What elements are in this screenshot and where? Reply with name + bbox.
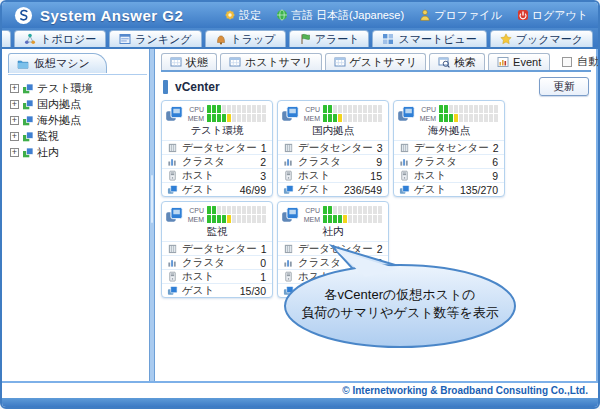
meter-bar xyxy=(323,114,382,122)
checkbox-icon xyxy=(561,56,573,68)
card-row: ゲスト236/549 xyxy=(278,182,388,196)
settings-link[interactable]: 設定 xyxy=(224,8,261,23)
tab-search[interactable]: 検索 xyxy=(429,53,485,70)
tab-topology-label: トポロジー xyxy=(40,32,96,47)
row-label: ホスト xyxy=(298,270,330,284)
cluster-icon xyxy=(167,156,178,167)
card-row: クラスタ0 xyxy=(162,255,272,269)
logout-icon xyxy=(517,9,529,21)
auto-refresh-toggle-label: 自動更新 xyxy=(577,54,600,69)
vm-group-icon xyxy=(397,104,416,123)
mem-meter: MEM xyxy=(187,215,269,223)
card-row: クラスタ9 xyxy=(278,154,388,168)
tab-topology[interactable]: トポロジー xyxy=(14,30,106,47)
tab-trap-label: トラップ xyxy=(231,32,276,47)
tab-alert[interactable]: アラート xyxy=(289,30,370,47)
row-label: ゲスト xyxy=(182,183,214,197)
tab-ranking[interactable]: ランキング xyxy=(109,30,201,47)
host-icon xyxy=(283,271,294,282)
mem-meter: MEM xyxy=(303,114,385,122)
expand-icon[interactable] xyxy=(10,132,19,141)
cpu-label: CPU xyxy=(303,106,320,113)
row-value: 9 xyxy=(492,170,498,182)
section-title: vCenter xyxy=(175,80,220,94)
vm-group-icon xyxy=(281,205,300,224)
tab-virtual[interactable]: 仮想 xyxy=(0,30,11,47)
language-link[interactable]: 言語 日本語(Japanese) xyxy=(276,8,404,23)
logout-link[interactable]: ログアウト xyxy=(517,8,588,23)
cluster-icon xyxy=(283,156,294,167)
auto-refresh-toggle[interactable]: 自動更新 xyxy=(553,53,600,70)
tree-item-internal-label: 社内 xyxy=(37,145,59,160)
refresh-button[interactable]: 更新 xyxy=(539,77,589,96)
tree-item-monitoring[interactable]: 監視 xyxy=(10,129,147,145)
card-title: 監視 xyxy=(162,225,272,241)
card-meters: CPU MEM xyxy=(187,105,269,122)
section-accent xyxy=(163,80,168,94)
mem-label: MEM xyxy=(187,216,204,223)
row-value: 6 xyxy=(492,156,498,168)
card-row: データセンター2 xyxy=(278,241,388,255)
title-bar: System Answer G2 設定言語 日本語(Japanese)プロファイ… xyxy=(2,2,598,28)
alert-icon xyxy=(299,33,311,45)
tree-item-internal[interactable]: 社内 xyxy=(10,145,147,161)
profile-link[interactable]: プロファイル xyxy=(419,8,502,23)
card-head: CPU MEM xyxy=(162,202,272,225)
sidebar: 仮想マシン テスト環境国内拠点海外拠点監視社内 xyxy=(2,49,149,381)
copyright-text: © Internetworking & Broadband Consulting… xyxy=(342,385,588,396)
tree-item-domestic[interactable]: 国内拠点 xyxy=(10,97,147,113)
vcenter-card: CPU MEM 国内拠点 データセンター3クラスタ9ホスト15ゲスト236/54… xyxy=(277,100,389,197)
expand-icon[interactable] xyxy=(10,100,19,109)
panel-splitter[interactable] xyxy=(149,49,155,381)
tree-item-monitoring-label: 監視 xyxy=(37,129,59,144)
tab-guest-summary-label: ゲストサマリ xyxy=(350,55,418,70)
card-head: CPU MEM xyxy=(162,101,272,124)
card-row: データセンター1 xyxy=(162,241,272,255)
vcenter-card: CPU MEM 海外拠点 データセンター2クラスタ6ホスト9ゲスト135/270 xyxy=(393,100,505,197)
expand-icon[interactable] xyxy=(10,84,19,93)
expand-icon[interactable] xyxy=(10,148,19,157)
card-row: ホスト9 xyxy=(394,168,504,182)
tab-event[interactable]: Event xyxy=(488,53,550,70)
tree-item-overseas[interactable]: 海外拠点 xyxy=(10,113,147,129)
table-icon xyxy=(170,56,182,68)
row-value: 236/549 xyxy=(344,184,382,196)
row-value: 6 xyxy=(376,271,382,283)
mem-label: MEM xyxy=(303,115,320,122)
tab-bookmark[interactable]: ブックマーク xyxy=(490,30,593,47)
tab-host-summary[interactable]: ホストサマリ xyxy=(220,53,322,70)
row-label: データセンター xyxy=(182,141,257,155)
cluster-icon xyxy=(283,257,294,268)
guest-icon xyxy=(399,184,410,195)
cpu-label: CPU xyxy=(303,207,320,214)
row-label: データセンター xyxy=(298,141,373,155)
topology-icon xyxy=(24,33,36,45)
tab-guest-summary[interactable]: ゲストサマリ xyxy=(325,53,427,70)
expand-icon[interactable] xyxy=(10,116,19,125)
tab-bookmark-label: ブックマーク xyxy=(516,32,583,47)
tree-item-test-env[interactable]: テスト環境 xyxy=(10,81,147,97)
datacenter-icon xyxy=(167,142,178,153)
profile-icon xyxy=(419,9,431,21)
titlebar-links: 設定言語 日本語(Japanese)プロファイルログアウト xyxy=(224,8,588,23)
meter-bar xyxy=(207,215,266,223)
vm-node-icon xyxy=(22,83,34,95)
cpu-label: CPU xyxy=(187,106,204,113)
vcenter-section-header: vCenter 更新 xyxy=(163,77,589,96)
tab-status[interactable]: 状態 xyxy=(161,53,217,70)
meter-bar xyxy=(207,105,266,113)
mem-meter: MEM xyxy=(419,114,501,122)
row-value: 0 xyxy=(260,257,266,269)
host-icon xyxy=(167,271,178,282)
tab-trap[interactable]: トラップ xyxy=(205,30,286,47)
tab-smartview[interactable]: スマートビュー xyxy=(372,30,486,47)
card-row: ゲスト95/225 xyxy=(278,283,388,297)
sidebar-tab-virtual-machines[interactable]: 仮想マシン xyxy=(8,53,107,73)
logo-icon xyxy=(14,6,33,25)
cluster-icon xyxy=(167,257,178,268)
app-title: System Answer G2 xyxy=(40,7,183,24)
card-title: テスト環境 xyxy=(162,124,272,140)
card-row: ホスト1 xyxy=(162,269,272,283)
card-meters: CPU MEM xyxy=(419,105,501,122)
globe-icon xyxy=(276,9,288,21)
